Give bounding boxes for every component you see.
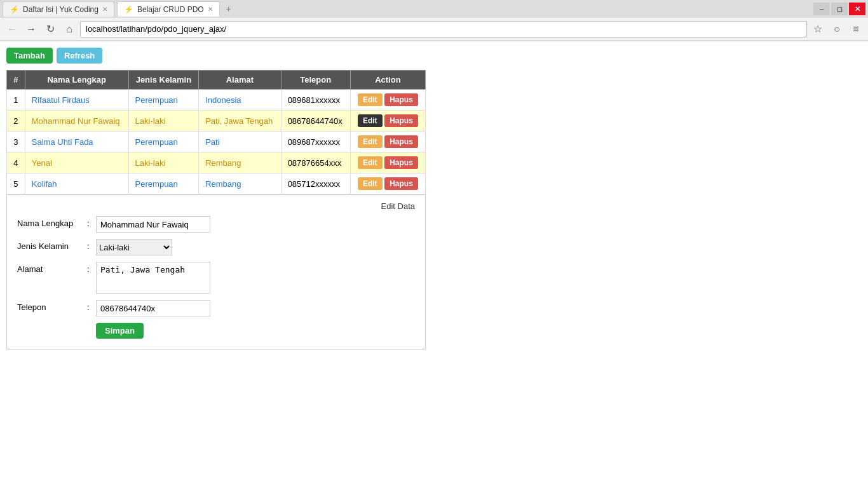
cell-telepon: 089681xxxxxx xyxy=(281,90,350,111)
tab-belajar-crud[interactable]: ⚡ Belajar CRUD PDO ✕ xyxy=(117,1,220,17)
data-table: # Nama Lengkap Jenis Kelamin Alamat Tele… xyxy=(6,70,426,194)
nav-bar: ← → ↻ ⌂ ☆ ○ ≡ xyxy=(0,18,868,41)
browser-chrome: ⚡ Daftar Isi | Yuk Coding ✕ ⚡ Belajar CR… xyxy=(0,0,868,41)
tab-label-1: Daftar Isi | Yuk Coding xyxy=(23,5,98,14)
separator-telepon: : xyxy=(87,300,96,312)
cell-jenis: Perempuan xyxy=(128,173,199,194)
separator-nama: : xyxy=(87,216,96,228)
cell-alamat: Rembang xyxy=(199,173,281,194)
edit-form-title: Edit Data xyxy=(17,201,415,211)
cell-alamat: Indonesia xyxy=(199,90,281,111)
refresh-button[interactable]: Refresh xyxy=(57,48,102,64)
table-header: # Nama Lengkap Jenis Kelamin Alamat Tele… xyxy=(7,71,426,90)
table-row: 1 Rifaatul Firdaus Perempuan Indonesia 0… xyxy=(7,90,426,111)
window-controls: – ◻ ✕ xyxy=(813,3,865,15)
input-nama[interactable] xyxy=(96,216,210,233)
label-nama: Nama Lengkap xyxy=(17,216,87,228)
col-nama: Nama Lengkap xyxy=(25,71,128,90)
table-row: 3 Salma Uhti Fada Perempuan Pati 089687x… xyxy=(7,132,426,152)
form-row-telepon: Telepon : xyxy=(17,300,415,316)
form-btn-row: Simpan xyxy=(96,323,415,339)
edit-button[interactable]: Edit xyxy=(358,156,383,169)
table-body: 1 Rifaatul Firdaus Perempuan Indonesia 0… xyxy=(7,90,426,194)
cell-jenis: Laki-laki xyxy=(128,152,199,173)
tab-icon-1: ⚡ xyxy=(10,5,19,14)
cell-telepon: 089687xxxxxx xyxy=(281,132,350,152)
cell-no: 5 xyxy=(7,173,25,194)
form-row-nama: Nama Lengkap : xyxy=(17,216,415,233)
cell-action: Edit Hapus xyxy=(350,111,425,132)
cell-jenis: Laki-laki xyxy=(128,111,199,132)
cell-alamat: Pati, Jawa Tengah xyxy=(199,111,281,132)
cell-nama: Rifaatul Firdaus xyxy=(25,90,128,111)
tab-close-2[interactable]: ✕ xyxy=(208,6,213,13)
form-row-alamat: Alamat : xyxy=(17,262,415,294)
input-telepon[interactable] xyxy=(96,300,210,316)
toolbar: Tambah Refresh xyxy=(6,48,862,64)
cell-telepon: 087876654xxx xyxy=(281,152,350,173)
separator-jenis: : xyxy=(87,239,96,251)
cell-telepon: 085712xxxxxx xyxy=(281,173,350,194)
form-row-jenis: Jenis Kelamin : Laki-laki Perempuan xyxy=(17,239,415,255)
col-telepon: Telepon xyxy=(281,71,350,90)
cell-nama: Mohammad Nur Fawaiq xyxy=(25,111,128,132)
edit-button[interactable]: Edit xyxy=(358,114,383,127)
tab-icon-2: ⚡ xyxy=(124,5,133,14)
cell-action: Edit Hapus xyxy=(350,132,425,152)
new-tab-button[interactable]: + xyxy=(222,3,235,15)
select-jenis[interactable]: Laki-laki Perempuan xyxy=(96,239,172,255)
separator-alamat: : xyxy=(87,262,96,274)
maximize-button[interactable]: ◻ xyxy=(831,3,848,15)
cell-no: 4 xyxy=(7,152,25,173)
label-jenis: Jenis Kelamin xyxy=(17,239,87,251)
tambah-button[interactable]: Tambah xyxy=(6,48,53,64)
menu-button[interactable]: ≡ xyxy=(848,21,864,37)
home-button[interactable]: ⌂ xyxy=(61,21,78,37)
cell-no: 2 xyxy=(7,111,25,132)
hapus-button[interactable]: Hapus xyxy=(384,156,418,169)
label-telepon: Telepon xyxy=(17,300,87,312)
refresh-nav-button[interactable]: ↻ xyxy=(42,21,58,37)
hapus-button[interactable]: Hapus xyxy=(384,93,418,106)
title-bar: ⚡ Daftar Isi | Yuk Coding ✕ ⚡ Belajar CR… xyxy=(0,0,868,18)
cell-no: 3 xyxy=(7,132,25,152)
cell-alamat: Pati xyxy=(199,132,281,152)
tab-daftar-isi[interactable]: ⚡ Daftar Isi | Yuk Coding ✕ xyxy=(3,1,114,17)
cell-action: Edit Hapus xyxy=(350,152,425,173)
tab-label-2: Belajar CRUD PDO xyxy=(137,5,204,14)
cell-nama: Yenal xyxy=(25,152,128,173)
col-alamat: Alamat xyxy=(199,71,281,90)
hapus-button[interactable]: Hapus xyxy=(384,177,418,190)
edit-button[interactable]: Edit xyxy=(358,177,383,190)
cell-action: Edit Hapus xyxy=(350,90,425,111)
cell-no: 1 xyxy=(7,90,25,111)
table-row: 2 Mohammad Nur Fawaiq Laki-laki Pati, Ja… xyxy=(7,111,426,132)
col-action: Action xyxy=(350,71,425,90)
table-row: 4 Yenal Laki-laki Rembang 087876654xxx E… xyxy=(7,152,426,173)
tab-close-1[interactable]: ✕ xyxy=(102,6,107,13)
simpan-button[interactable]: Simpan xyxy=(96,323,144,339)
circle-button[interactable]: ○ xyxy=(829,21,845,37)
edit-button[interactable]: Edit xyxy=(358,93,383,106)
address-bar[interactable] xyxy=(80,21,807,37)
table-row: 5 Kolifah Perempuan Rembang 085712xxxxxx… xyxy=(7,173,426,194)
bookmark-button[interactable]: ☆ xyxy=(810,21,826,37)
cell-nama: Kolifah xyxy=(25,173,128,194)
edit-button[interactable]: Edit xyxy=(358,135,383,148)
label-alamat: Alamat xyxy=(17,262,87,274)
col-jenis: Jenis Kelamin xyxy=(128,71,199,90)
forward-button[interactable]: → xyxy=(23,21,39,37)
hapus-button[interactable]: Hapus xyxy=(384,135,418,148)
edit-form-container: Edit Data Nama Lengkap : Jenis Kelamin :… xyxy=(6,194,426,349)
page-content: Tambah Refresh # Nama Lengkap Jenis Kela… xyxy=(0,41,868,356)
textarea-alamat[interactable] xyxy=(96,262,210,294)
col-no: # xyxy=(7,71,25,90)
cell-alamat: Rembang xyxy=(199,152,281,173)
cell-jenis: Perempuan xyxy=(128,90,199,111)
minimize-button[interactable]: – xyxy=(813,3,830,15)
cell-jenis: Perempuan xyxy=(128,132,199,152)
back-button[interactable]: ← xyxy=(4,21,20,37)
cell-telepon: 08678644740x xyxy=(281,111,350,132)
close-button[interactable]: ✕ xyxy=(849,3,865,15)
hapus-button[interactable]: Hapus xyxy=(384,114,418,127)
